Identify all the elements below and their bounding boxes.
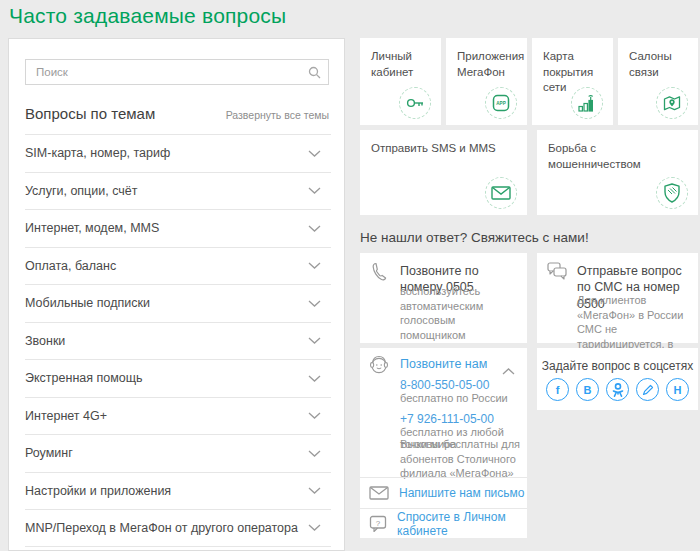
chevron-down-icon <box>308 262 331 269</box>
expand-all-link[interactable]: Развернуть все темы <box>226 109 329 121</box>
h-glyph: H <box>674 384 682 396</box>
app-icon: APP <box>485 87 517 119</box>
tile-label: Отправить SMS и MMS <box>371 141 519 157</box>
livejournal-pencil-icon[interactable] <box>636 378 659 401</box>
topic-item-sim[interactable]: SIM-карта, номер, тариф <box>25 134 331 172</box>
search-box <box>25 59 329 85</box>
tile-label: Карта покрытия сети <box>543 49 605 96</box>
topics-heading: Вопросы по темам <box>25 105 155 122</box>
facebook-icon[interactable]: f <box>546 378 569 401</box>
call-0505-subtitle: воспользуйтесь автоматическим голосовым … <box>400 284 520 342</box>
topic-label: Услуги, опции, счёт <box>25 184 137 198</box>
signal-icon <box>571 87 603 119</box>
social-heading: Задайте вопрос в соцсетях <box>537 359 698 373</box>
topic-item-payment[interactable]: Оплата, баланс <box>25 247 331 285</box>
facebook-glyph: f <box>556 384 560 396</box>
chevron-down-icon <box>308 187 331 194</box>
chevron-down-icon <box>308 487 331 494</box>
tile-retail-stores[interactable]: Салоны связи <box>618 38 698 125</box>
vk-glyph: B <box>584 384 592 396</box>
phone-note-russia: бесплатно по России <box>400 392 508 404</box>
ask-lk-label: Спросите в Личном кабинете <box>397 510 527 538</box>
topic-item-services[interactable]: Услуги, опции, счёт <box>25 172 331 210</box>
contact-heading: Не нашли ответ? Свяжитесь с нами! <box>360 230 589 245</box>
call-us-card: Позвоните нам 8-800-550-05-00 бесплатно … <box>360 348 527 538</box>
phone-number-russia[interactable]: 8-800-550-05-00 <box>400 378 489 392</box>
tile-megafon-apps[interactable]: Приложения МегаФон APP <box>446 38 527 125</box>
chevron-down-icon <box>308 450 331 457</box>
shield-icon <box>656 177 688 209</box>
page-title: Часто задаваемые вопросы <box>9 4 286 28</box>
write-letter-row[interactable]: Напишите нам письмо <box>360 477 527 508</box>
topic-label: Настройки и приложения <box>25 484 171 498</box>
odnoklassniki-icon[interactable] <box>606 378 629 401</box>
topic-item-subscriptions[interactable]: Мобильные подписки <box>25 284 331 322</box>
topic-item-settings[interactable]: Настройки и приложения <box>25 472 331 510</box>
topic-label: MNP/Переход в МегаФон от другого операто… <box>25 521 298 535</box>
topic-label: SIM-карта, номер, тариф <box>25 146 170 160</box>
topic-label: Оплата, баланс <box>25 259 116 273</box>
tile-personal-account[interactable]: Личный кабинет <box>360 38 441 125</box>
vk-icon[interactable]: B <box>576 378 599 401</box>
svg-text:APP: APP <box>496 101 505 106</box>
sms-0500-card[interactable]: Отправьте вопрос по СМС на номер 0500 Дл… <box>537 253 698 343</box>
call-us-toggle[interactable]: Позвоните нам <box>400 357 487 371</box>
ask-lk-row[interactable]: ? Спросите в Личном кабинете <box>360 508 527 538</box>
mail-icon <box>369 486 389 500</box>
chevron-down-icon <box>308 375 331 382</box>
social-card: Задайте вопрос в соцсетях f B H <box>537 348 698 410</box>
tile-label: Салоны связи <box>629 49 690 80</box>
topics-list: SIM-карта, номер, тариф Услуги, опции, с… <box>25 134 331 547</box>
tile-anti-fraud[interactable]: Борьба с мошенничеством <box>537 130 698 215</box>
tile-send-sms-mms[interactable]: Отправить SMS и MMS <box>360 130 527 215</box>
social-icons-row: f B H <box>537 378 698 401</box>
write-letter-label: Напишите нам письмо <box>399 486 525 500</box>
topic-item-roaming[interactable]: Роуминг <box>25 434 331 472</box>
map-pin-icon <box>656 87 688 119</box>
topic-label: Мобильные подписки <box>25 296 150 310</box>
faq-panel: Вопросы по темам Развернуть все темы SIM… <box>8 38 345 551</box>
chevron-down-icon <box>308 150 331 157</box>
topic-item-calls[interactable]: Звонки <box>25 322 331 360</box>
chevron-up-icon[interactable] <box>502 361 515 379</box>
topic-label: Роуминг <box>25 446 73 460</box>
tile-label: Личный кабинет <box>371 49 433 80</box>
topic-label: Интернет, модем, MMS <box>25 221 159 235</box>
headset-icon <box>368 354 390 380</box>
h-network-icon[interactable]: H <box>666 378 689 401</box>
topic-label: Интернет 4G+ <box>25 409 107 423</box>
chevron-down-icon <box>308 337 331 344</box>
phone-number-world[interactable]: +7 926-111-05-00 <box>400 412 494 426</box>
chat-bubbles-icon <box>547 262 567 284</box>
question-bubble-icon: ? <box>369 515 387 533</box>
search-input[interactable] <box>25 59 329 85</box>
topic-item-mnp[interactable]: MNP/Переход в МегаФон от другого операто… <box>25 509 331 547</box>
chevron-down-icon <box>308 412 331 419</box>
topic-label: Звонки <box>25 334 65 348</box>
topic-item-internet[interactable]: Интернет, модем, MMS <box>25 209 331 247</box>
call-us-note: Вызовы бесплатны для абонентов Столичног… <box>400 437 522 481</box>
chevron-down-icon <box>308 300 331 307</box>
tile-coverage-map[interactable]: Карта покрытия сети <box>532 38 613 125</box>
chevron-down-icon <box>308 225 331 232</box>
phone-handset-icon <box>370 262 388 286</box>
topic-item-emergency[interactable]: Экстренная помощь <box>25 359 331 397</box>
search-icon <box>308 65 321 83</box>
envelope-icon <box>485 177 517 209</box>
key-icon <box>399 87 431 119</box>
call-0505-card[interactable]: Позвоните по номеру 0505 воспользуйтесь … <box>360 253 527 343</box>
topic-label: Экстренная помощь <box>25 371 143 385</box>
tile-label: Борьба с мошенничеством <box>548 141 643 172</box>
chevron-down-icon <box>308 524 331 531</box>
topic-item-4g[interactable]: Интернет 4G+ <box>25 397 331 435</box>
tile-label: Приложения МегаФон <box>457 49 519 80</box>
svg-text:?: ? <box>376 518 381 527</box>
